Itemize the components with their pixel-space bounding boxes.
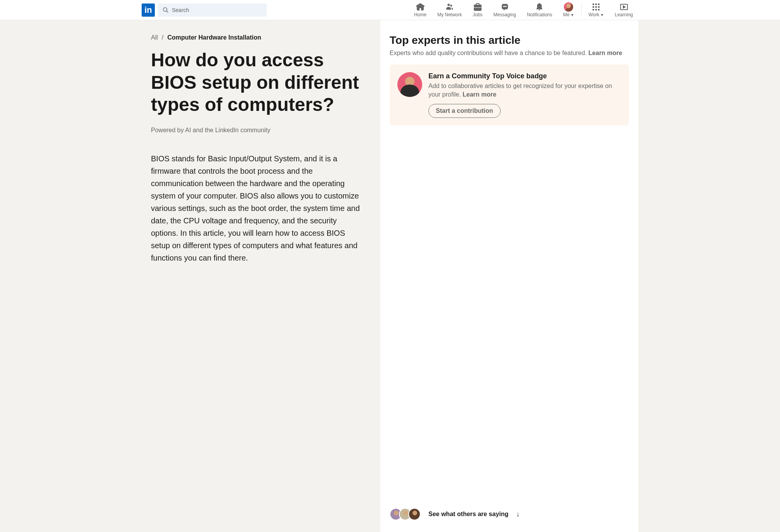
see-others-row[interactable]: See what others are saying ↓ [390,508,520,520]
search-box[interactable] [158,3,267,17]
nav-items: Home My Network Jobs Messaging [409,0,638,20]
svg-rect-7 [595,9,597,10]
article-body: BIOS stands for Basic Input/Output Syste… [151,152,365,264]
bell-icon [535,2,544,12]
article-column: All / Computer Hardware Installation How… [142,20,380,532]
banner-avatar [397,72,422,97]
nav-learning-label: Learning [615,12,633,17]
nav-me[interactable]: Me ▼ [558,0,580,20]
nav-messaging-label: Messaging [494,12,516,17]
breadcrumb-all[interactable]: All [151,34,158,41]
experts-column: Top experts in this article Experts who … [380,20,638,532]
top-voice-banner: Earn a Community Top Voice badge Add to … [390,64,629,126]
nav-me-label: Me [563,12,570,17]
home-icon [416,2,425,12]
banner-text-content: Add to collaborative articles to get rec… [428,83,612,98]
banner-learn-more-link[interactable]: Learn more [463,91,496,98]
see-others-text: See what others are saying [428,511,508,518]
experts-subtitle-text: Experts who add quality contributions wi… [390,50,588,56]
linkedin-logo[interactable]: in [142,3,155,17]
svg-rect-6 [593,9,594,10]
experts-title: Top experts in this article [390,34,629,47]
nav-home[interactable]: Home [409,0,432,20]
nav-messaging[interactable]: Messaging [488,0,522,20]
avatar-stack [390,508,421,520]
learning-icon [619,2,629,12]
caret-down-icon: ▼ [570,13,574,17]
svg-rect-8 [598,9,600,10]
powered-by-label: Powered by AI and the LinkedIn community [151,127,365,134]
nav-learning[interactable]: Learning [609,0,638,20]
nav-network-label: My Network [437,12,462,17]
svg-rect-3 [593,6,594,8]
nav-jobs[interactable]: Jobs [467,0,488,20]
banner-text: Add to collaborative articles to get rec… [428,82,621,99]
nav-notifications[interactable]: Notifications [522,0,558,20]
breadcrumb-separator: / [162,34,163,41]
svg-rect-0 [593,3,594,5]
nav-divider [581,3,582,17]
breadcrumb: All / Computer Hardware Installation [151,34,365,41]
nav-home-label: Home [414,12,426,17]
experts-subtitle: Experts who add quality contributions wi… [390,50,629,57]
nav-work-label: Work [589,12,600,17]
people-icon [445,2,454,12]
search-input[interactable] [172,7,262,13]
nav-network[interactable]: My Network [432,0,467,20]
stack-avatar-3 [408,508,421,520]
svg-rect-2 [598,3,600,5]
main-content: All / Computer Hardware Installation How… [142,20,638,532]
grid-icon [591,2,601,12]
breadcrumb-current[interactable]: Computer Hardware Installation [167,34,261,41]
nav-work[interactable]: Work ▼ [583,0,610,20]
search-icon [163,7,169,13]
nav-jobs-label: Jobs [473,12,482,17]
avatar [564,2,573,12]
svg-rect-1 [595,3,597,5]
banner-title: Earn a Community Top Voice badge [428,72,621,80]
message-icon [500,2,510,12]
arrow-down-icon: ↓ [516,510,520,518]
svg-rect-5 [598,6,600,8]
top-nav: in Home My Network [0,0,780,20]
start-contribution-button[interactable]: Start a contribution [428,104,501,118]
briefcase-icon [473,2,482,12]
article-title: How do you access BIOS setup on differen… [151,49,365,116]
nav-notifications-label: Notifications [527,12,552,17]
experts-learn-more-link[interactable]: Learn more [588,50,622,56]
svg-rect-4 [595,6,597,8]
caret-down-icon: ▼ [600,13,604,17]
